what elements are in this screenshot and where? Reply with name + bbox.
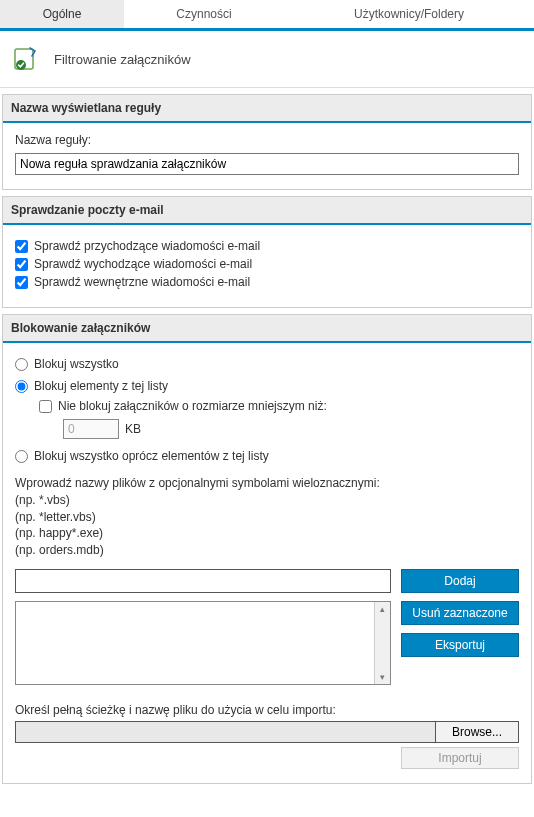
section-blocking: Blokowanie załączników Blokuj wszystko B… xyxy=(2,314,532,784)
check-internal[interactable] xyxy=(15,276,28,289)
radio-block-all[interactable] xyxy=(15,358,28,371)
tab-users-folders[interactable]: Użytkownicy/Foldery xyxy=(284,0,534,28)
check-outgoing-label: Sprawdź wychodzące wiadomości e-mail xyxy=(34,257,252,271)
check-internal-row[interactable]: Sprawdź wewnętrzne wiadomości e-mail xyxy=(15,275,519,289)
hint-ex3: (np. happy*.exe) xyxy=(15,525,519,542)
check-min-size-label: Nie blokuj załączników o rozmiarze mniej… xyxy=(58,399,327,413)
remove-selected-button[interactable]: Usuń zaznaczone xyxy=(401,601,519,625)
tab-general[interactable]: Ogólne xyxy=(0,0,124,28)
check-incoming-row[interactable]: Sprawdź przychodzące wiadomości e-mail xyxy=(15,239,519,253)
import-button: Importuj xyxy=(401,747,519,769)
rule-name-label: Nazwa reguły: xyxy=(15,133,519,147)
rule-name-input[interactable] xyxy=(15,153,519,175)
pattern-input[interactable] xyxy=(15,569,391,593)
attachment-filter-icon xyxy=(12,45,40,73)
import-path-input[interactable] xyxy=(15,721,435,743)
hint-ex2: (np. *letter.vbs) xyxy=(15,509,519,526)
page-header: Filtrowanie załączników xyxy=(0,31,534,88)
radio-block-except-label: Blokuj wszystko oprócz elementów z tej l… xyxy=(34,449,269,463)
pattern-hint: Wprowadź nazwy plików z opcjonalnymi sym… xyxy=(15,475,519,559)
pattern-list[interactable]: ▴ ▾ xyxy=(15,601,391,685)
radio-block-all-label: Blokuj wszystko xyxy=(34,357,119,371)
section-email-check-header: Sprawdzanie poczty e-mail xyxy=(3,197,531,225)
tab-actions[interactable]: Czynności xyxy=(124,0,284,28)
radio-block-except[interactable] xyxy=(15,450,28,463)
min-size-input[interactable] xyxy=(63,419,119,439)
import-path-label: Określ pełną ścieżkę i nazwę pliku do uż… xyxy=(15,703,519,717)
section-email-check: Sprawdzanie poczty e-mail Sprawdź przych… xyxy=(2,196,532,308)
scrollbar[interactable]: ▴ ▾ xyxy=(374,602,390,684)
radio-block-list-label: Blokuj elementy z tej listy xyxy=(34,379,168,393)
section-blocking-header: Blokowanie załączników xyxy=(3,315,531,343)
section-rule-name: Nazwa wyświetlana reguły Nazwa reguły: xyxy=(2,94,532,190)
browse-button[interactable]: Browse... xyxy=(435,721,519,743)
check-min-size-row[interactable]: Nie blokuj załączników o rozmiarze mniej… xyxy=(39,399,519,413)
check-min-size[interactable] xyxy=(39,400,52,413)
add-button[interactable]: Dodaj xyxy=(401,569,519,593)
radio-block-list[interactable] xyxy=(15,380,28,393)
hint-ex4: (np. orders.mdb) xyxy=(15,542,519,559)
check-outgoing[interactable] xyxy=(15,258,28,271)
check-incoming[interactable] xyxy=(15,240,28,253)
hint-ex1: (np. *.vbs) xyxy=(15,492,519,509)
page-title: Filtrowanie załączników xyxy=(54,52,191,67)
radio-block-except-row[interactable]: Blokuj wszystko oprócz elementów z tej l… xyxy=(15,449,519,463)
radio-block-list-row[interactable]: Blokuj elementy z tej listy xyxy=(15,379,519,393)
scroll-down-icon[interactable]: ▾ xyxy=(380,672,385,682)
scroll-up-icon[interactable]: ▴ xyxy=(380,604,385,614)
check-internal-label: Sprawdź wewnętrzne wiadomości e-mail xyxy=(34,275,250,289)
radio-block-all-row[interactable]: Blokuj wszystko xyxy=(15,357,519,371)
hint-intro: Wprowadź nazwy plików z opcjonalnymi sym… xyxy=(15,475,519,492)
size-unit-label: KB xyxy=(125,422,141,436)
export-button[interactable]: Eksportuj xyxy=(401,633,519,657)
tab-bar: Ogólne Czynności Użytkownicy/Foldery xyxy=(0,0,534,28)
check-outgoing-row[interactable]: Sprawdź wychodzące wiadomości e-mail xyxy=(15,257,519,271)
check-incoming-label: Sprawdź przychodzące wiadomości e-mail xyxy=(34,239,260,253)
section-rule-name-header: Nazwa wyświetlana reguły xyxy=(3,95,531,123)
